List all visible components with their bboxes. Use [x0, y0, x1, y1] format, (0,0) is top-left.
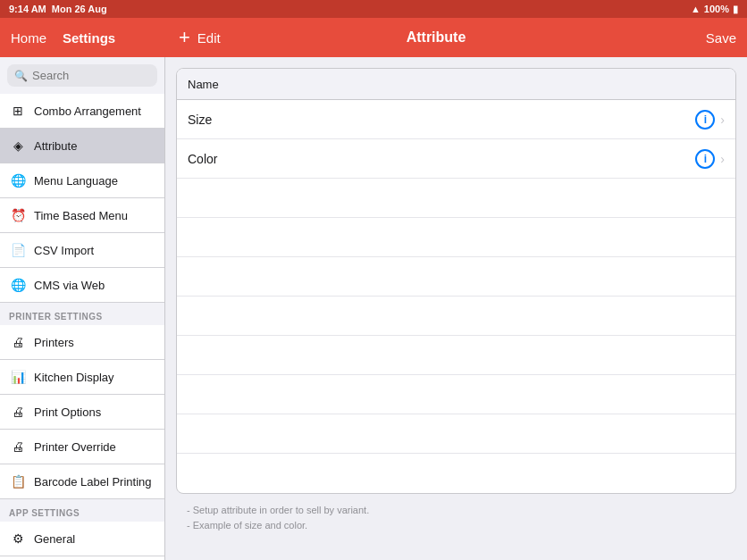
menu-language-icon: 🌐 — [9, 171, 27, 189]
row-size-actions: i › — [695, 110, 725, 130]
home-button[interactable]: Home — [11, 30, 46, 46]
empty-row — [177, 454, 735, 493]
search-icon: 🔍 — [14, 70, 28, 82]
sidebar-item-barcode-label[interactable]: 📋 Barcode Label Printing — [0, 464, 164, 499]
row-size-label: Size — [188, 113, 695, 127]
sidebar-item-label: Printers — [34, 336, 74, 349]
sidebar-item-label: Combo Arrangement — [34, 104, 141, 118]
sidebar-item-label: Attribute — [34, 139, 77, 153]
empty-row — [177, 218, 735, 257]
content-footer: - Setup attribute in order to sell by va… — [176, 494, 736, 541]
sidebar-item-menu-language[interactable]: 🌐 Menu Language — [0, 163, 164, 198]
csv-import-icon: 📄 — [9, 241, 27, 259]
sidebar-item-label: Printer Override — [34, 440, 116, 454]
table-row[interactable]: Color i › — [177, 139, 735, 179]
empty-row — [177, 257, 735, 297]
empty-row — [177, 414, 735, 454]
app-section-header: APP SETTINGS — [0, 499, 164, 522]
sidebar-item-label: Barcode Label Printing — [34, 475, 152, 489]
sidebar-item-combo[interactable]: ⊞ Combo Arrangement — [0, 94, 164, 129]
row-color-actions: i › — [695, 149, 725, 169]
sidebar-item-label: General — [34, 532, 75, 546]
status-time: 9:14 AM — [9, 4, 46, 14]
sidebar-item-time-based-menu[interactable]: ⏰ Time Based Menu — [0, 198, 164, 233]
battery-icon: ▮ — [733, 4, 738, 15]
sidebar-item-printer-override[interactable]: 🖨 Printer Override — [0, 430, 164, 464]
sidebar-item-printers[interactable]: 🖨 Printers — [0, 325, 164, 360]
table-row[interactable]: Size i › — [177, 100, 735, 139]
top-nav: Home Settings + Edit Attribute Save — [0, 18, 747, 57]
empty-row — [177, 297, 735, 336]
sidebar: 🔍 ⊞ Combo Arrangement ◈ Attribute 🌐 Menu… — [0, 57, 165, 560]
wifi-icon: ▲ — [691, 4, 701, 14]
column-name-header: Name — [188, 78, 219, 91]
size-chevron-icon: › — [720, 113, 725, 127]
sidebar-item-general[interactable]: ⚙ General — [0, 522, 164, 556]
sidebar-item-label: Menu Language — [34, 174, 118, 188]
color-chevron-icon: › — [720, 152, 725, 166]
print-options-icon: 🖨 — [9, 403, 27, 421]
attribute-table: Name Size i › Color i › — [176, 68, 736, 494]
add-button[interactable]: + — [179, 26, 190, 49]
empty-row — [177, 179, 735, 218]
battery-percent: 100% — [704, 4, 729, 14]
sidebar-item-label: Time Based Menu — [34, 209, 128, 222]
status-bar: 9:14 AM Mon 26 Aug ▲ 100% ▮ — [0, 0, 747, 18]
save-button[interactable]: Save — [696, 30, 736, 46]
search-box[interactable]: 🔍 — [7, 64, 157, 87]
footer-line1: - Setup attribute in order to sell by va… — [187, 503, 726, 518]
kitchen-display-icon: 📊 — [9, 368, 27, 386]
printer-section-header: PRINTER SETTINGS — [0, 303, 164, 325]
empty-row — [177, 375, 735, 414]
content-panel: Name Size i › Color i › — [165, 57, 747, 560]
sidebar-item-label: CMS via Web — [34, 279, 105, 292]
attribute-icon: ◈ — [9, 137, 27, 155]
sidebar-item-label: Kitchen Display — [34, 371, 114, 384]
combo-icon: ⊞ — [9, 102, 27, 120]
sidebar-item-label: Print Options — [34, 405, 101, 419]
footer-line2: - Example of size and color. — [187, 518, 726, 533]
printers-icon: 🖨 — [9, 333, 27, 351]
row-color-label: Color — [188, 152, 695, 166]
time-based-menu-icon: ⏰ — [9, 206, 27, 224]
printer-override-icon: 🖨 — [9, 438, 27, 456]
cms-via-web-icon: 🌐 — [9, 276, 27, 294]
edit-button[interactable]: Edit — [197, 30, 221, 46]
sidebar-item-tax[interactable]: 💲 Tax — [0, 556, 164, 560]
sidebar-item-label: CSV Import — [34, 244, 94, 257]
search-input[interactable] — [32, 69, 150, 82]
sidebar-item-attribute[interactable]: ◈ Attribute — [0, 129, 164, 163]
sidebar-item-kitchen-display[interactable]: 📊 Kitchen Display — [0, 360, 164, 395]
general-icon: ⚙ — [9, 530, 27, 547]
sidebar-item-csv-import[interactable]: 📄 CSV Import — [0, 233, 164, 268]
sidebar-item-cms-via-web[interactable]: 🌐 CMS via Web — [0, 268, 164, 303]
table-header: Name — [177, 69, 735, 100]
color-info-button[interactable]: i — [695, 149, 715, 169]
page-title: Attribute — [176, 29, 696, 46]
settings-label: Settings — [63, 30, 115, 46]
empty-row — [177, 336, 735, 375]
sidebar-item-print-options[interactable]: 🖨 Print Options — [0, 395, 164, 430]
status-date: Mon 26 Aug — [52, 4, 107, 14]
barcode-label-icon: 📋 — [9, 472, 27, 490]
size-info-button[interactable]: i — [695, 110, 715, 130]
